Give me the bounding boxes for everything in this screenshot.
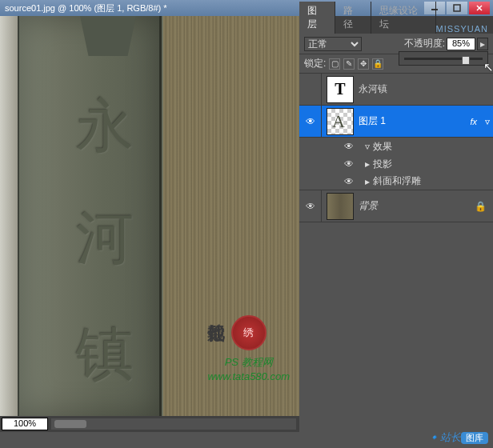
window-maximize-button[interactable] — [447, 2, 467, 14]
panel-tabs: 图层 路径 思缘设论坛 MISSYUAN — [299, 16, 493, 34]
lock-all-button[interactable]: 🔒 — [372, 58, 383, 70]
window-close-button[interactable] — [469, 2, 490, 14]
watermark-badge: 图库 — [461, 432, 488, 444]
svg-rect-1 — [454, 5, 460, 11]
fx-item-label: 投影 — [373, 158, 392, 171]
carved-char-2: 河 — [69, 200, 141, 277]
image-edge-left — [0, 16, 18, 416]
visibility-toggle[interactable]: 👁 — [299, 106, 322, 137]
horizontal-scrollbar[interactable] — [51, 418, 296, 430]
opacity-dropdown-button[interactable]: ▸ — [477, 38, 488, 50]
layer-row-background[interactable]: 👁 背景 🔒 — [299, 190, 493, 222]
eye-icon[interactable]: 👁 — [343, 141, 355, 152]
layer-thumbnail-1[interactable] — [327, 108, 354, 135]
fx-item-label: 斜面和浮雕 — [373, 174, 421, 188]
opacity-label: 不透明度: — [404, 37, 445, 50]
layer-row-1[interactable]: 👁 图层 1 fx ▿ — [299, 106, 493, 138]
fx-dropdown-icon[interactable]: ▿ — [482, 116, 493, 127]
layers-panel: 图层 路径 思缘设论坛 MISSYUAN 正常 不透明度: 85% ▸ 锁定: … — [299, 16, 493, 432]
eye-icon[interactable]: 👁 — [343, 176, 355, 187]
lock-icon: 🔒 — [475, 201, 493, 212]
checker-icon: ▢ — [331, 59, 339, 68]
opacity-input[interactable]: 85% — [447, 38, 475, 50]
disclosure-triangle-icon[interactable]: ▿ — [362, 141, 373, 152]
carved-char-1: 永 — [69, 88, 141, 165]
opacity-slider-popup[interactable]: ↖ — [399, 51, 488, 66]
lock-icon: 🔒 — [373, 59, 383, 68]
opacity-slider-thumb[interactable] — [462, 56, 470, 65]
bullet-icon: ▸ — [362, 176, 373, 187]
lock-position-button[interactable]: ✥ — [358, 58, 369, 70]
fx-item-shadow[interactable]: 👁 ▸ 投影 — [299, 155, 493, 173]
cursor-icon: ↖ — [483, 60, 493, 74]
brush-icon: ✎ — [346, 59, 352, 68]
document-status-bar: 100% — [0, 416, 299, 432]
page-watermark: 🔹站长图库 — [427, 430, 488, 445]
blend-mode-select[interactable]: 正常 — [304, 37, 362, 51]
arrow-right-icon: ▸ — [480, 38, 485, 50]
layer-name[interactable]: 永河镇 — [359, 82, 493, 96]
fx-item-bevel[interactable]: 👁 ▸ 斜面和浮雕 — [299, 173, 493, 190]
tab-layers[interactable]: 图层 — [299, 2, 335, 34]
lock-pixels-button[interactable]: ✎ — [343, 58, 355, 70]
layer-row-text[interactable]: T 永河镇 — [299, 74, 493, 106]
lock-row: 锁定: ▢ ✎ ✥ 🔒 ↖ — [299, 54, 493, 74]
visibility-toggle[interactable]: 👁 — [299, 190, 322, 222]
lock-label: 锁定: — [304, 57, 326, 70]
tab-paths[interactable]: 路径 — [335, 2, 371, 34]
carved-char-3: 镇 — [69, 316, 141, 393]
layer-fx-badge[interactable]: fx — [470, 117, 482, 126]
layer-thumbnail-text[interactable]: T — [327, 76, 354, 103]
zoom-input[interactable]: 100% — [2, 418, 48, 430]
fx-effects-header[interactable]: 👁 ▿ 效果 — [299, 138, 493, 155]
visibility-toggle[interactable] — [299, 74, 322, 105]
eye-icon[interactable]: 👁 — [343, 158, 355, 170]
panel-watermark: MISSYUAN — [436, 24, 493, 34]
image-wood-texture — [163, 16, 299, 416]
move-icon: ✥ — [360, 59, 367, 68]
image-ornament — [80, 16, 136, 56]
tab-other[interactable]: 思缘设论坛 — [371, 2, 436, 34]
canvas-area[interactable]: 永 河 镇 他她我帮你 绣 PS 教程网 www.tata580.com 100… — [0, 16, 299, 432]
fx-header-label: 效果 — [373, 140, 392, 154]
layers-list: T 永河镇 👁 图层 1 fx ▿ 👁 ▿ 效果 👁 ▸ 投影 👁 — [299, 74, 493, 432]
eye-icon: 👁 — [306, 201, 315, 212]
canvas[interactable]: 永 河 镇 他她我帮你 绣 PS 教程网 www.tata580.com — [0, 16, 299, 416]
layer-name[interactable]: 背景 — [359, 199, 475, 213]
layer-name[interactable]: 图层 1 — [359, 114, 470, 128]
eye-icon: 👁 — [306, 116, 315, 127]
watermark-text: 站长 — [440, 431, 461, 443]
opacity-slider-track[interactable] — [404, 58, 483, 60]
bullet-icon: ▸ — [362, 158, 373, 170]
lock-transparency-button[interactable]: ▢ — [329, 58, 340, 70]
image-stone-slab: 永 河 镇 — [18, 16, 162, 416]
layer-thumbnail-bg[interactable] — [327, 193, 354, 220]
